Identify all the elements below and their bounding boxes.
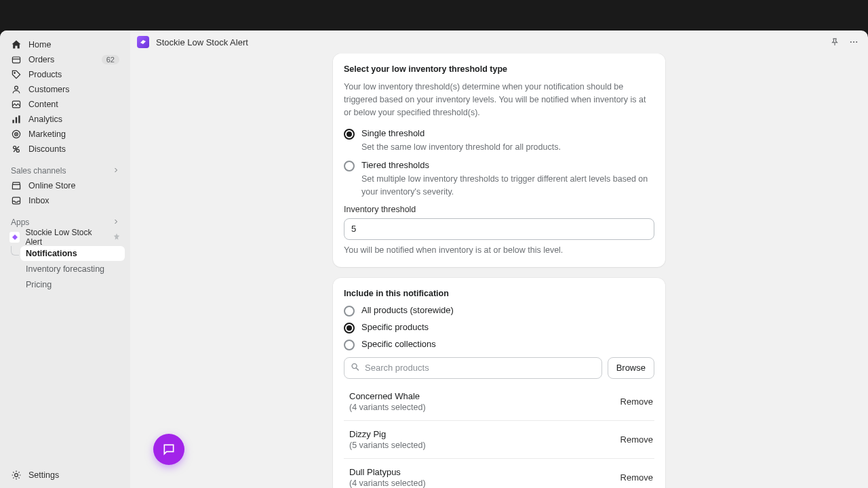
app-icon [9, 232, 20, 243]
more-actions-icon[interactable] [849, 37, 859, 47]
threshold-card: Select your low inventory threshold type… [333, 54, 665, 267]
channel-inbox[interactable]: Inbox [5, 193, 125, 208]
radio-label: Specific collections [361, 339, 436, 349]
search-wrap [344, 357, 602, 379]
remove-button[interactable]: Remove [620, 396, 653, 407]
svg-point-1 [14, 73, 16, 74]
nav-home[interactable]: Home [5, 37, 125, 52]
sidebar: Home Orders 62 Products Customers [0, 30, 130, 488]
svg-point-16 [856, 41, 857, 43]
svg-rect-4 [12, 120, 14, 123]
subnav-inventory-forecasting[interactable]: Inventory forecasting [20, 262, 125, 277]
radio-label: Specific products [361, 322, 429, 332]
orders-badge: 62 [102, 55, 119, 64]
nav-label: Content [28, 100, 58, 109]
customers-icon [11, 84, 22, 95]
inventory-threshold-input[interactable] [344, 218, 654, 240]
nav-products[interactable]: Products [5, 67, 125, 82]
product-variants: (4 variants selected) [349, 403, 426, 412]
card-description: Your low inventory threshold(s) determin… [344, 81, 654, 119]
help-fab[interactable] [153, 434, 184, 465]
svg-rect-6 [18, 115, 20, 123]
nav-orders[interactable]: Orders 62 [5, 52, 125, 67]
nav-customers[interactable]: Customers [5, 82, 125, 97]
nav-label: Online Store [28, 181, 75, 190]
subnav-pricing[interactable]: Pricing [20, 277, 125, 292]
chevron-right-icon [113, 166, 119, 176]
app-shell: Home Orders 62 Products Customers [0, 30, 868, 488]
nav-content[interactable]: Content [5, 97, 125, 112]
nav-label: Customers [28, 85, 69, 94]
subnav-label: Notifications [26, 249, 77, 258]
nav-label: Inbox [28, 196, 50, 205]
section-sales-channels[interactable]: Sales channels [5, 166, 125, 176]
remove-button[interactable]: Remove [620, 472, 653, 483]
svg-point-9 [16, 134, 17, 135]
svg-point-15 [853, 41, 854, 43]
orders-icon [11, 54, 22, 65]
branch-line [11, 246, 19, 256]
app-stockie[interactable]: Stockie Low Stock Alert [5, 230, 125, 245]
inbox-icon [11, 195, 22, 206]
chevron-right-icon [113, 218, 119, 227]
remove-button[interactable]: Remove [620, 434, 653, 445]
product-row: Dizzy Pig (5 variants selected) Remove [344, 421, 654, 459]
nav-label: Products [28, 70, 62, 79]
svg-point-11 [16, 149, 19, 152]
card-title: Select your low inventory threshold type [344, 64, 654, 74]
card-title: Include in this notification [344, 289, 654, 298]
nav-discounts[interactable]: Discounts [5, 142, 125, 157]
search-row: Browse [344, 357, 654, 379]
nav-settings[interactable]: Settings [5, 468, 125, 483]
product-row: Dull Platypus (4 variants selected) Remo… [344, 459, 654, 488]
radio-icon [344, 306, 355, 317]
search-products-input[interactable] [344, 357, 602, 379]
radio-specific-collections[interactable]: Specific collections [344, 339, 654, 350]
svg-rect-12 [12, 197, 20, 204]
product-list: Concerned Whale (4 variants selected) Re… [344, 383, 654, 488]
pin-icon[interactable] [113, 232, 121, 243]
home-icon [11, 39, 22, 50]
content-scroll: Select your low inventory threshold type… [130, 54, 868, 488]
radio-specific-products[interactable]: Specific products [344, 322, 654, 333]
svg-point-13 [15, 474, 18, 477]
nav-label: Orders [28, 55, 54, 64]
gear-icon [11, 470, 22, 481]
subnav-label: Inventory forecasting [26, 264, 104, 274]
app-logo-icon [137, 36, 149, 48]
radio-tiered-thresholds[interactable]: Tiered thresholds [344, 160, 654, 171]
search-icon [351, 362, 360, 373]
products-icon [11, 69, 22, 80]
channel-online-store[interactable]: Online Store [5, 178, 125, 193]
product-info: Dull Platypus (4 variants selected) [349, 467, 426, 488]
section-apps[interactable]: Apps [5, 218, 125, 227]
include-card: Include in this notification All product… [333, 278, 665, 488]
topbar-actions [830, 37, 859, 47]
svg-point-2 [15, 86, 18, 89]
product-info: Dizzy Pig (5 variants selected) [349, 429, 426, 450]
radio-all-products[interactable]: All products (storewide) [344, 305, 654, 317]
discounts-icon [11, 144, 22, 155]
field-help: You will be notified when inventory is a… [344, 245, 654, 255]
field-label: Inventory threshold [344, 205, 654, 214]
nav-label: Home [28, 40, 51, 49]
svg-point-17 [352, 363, 357, 368]
page-title: Stockie Low Stock Alert [156, 37, 248, 47]
nav-label: Marketing [28, 129, 66, 139]
svg-rect-5 [16, 117, 17, 123]
nav-analytics[interactable]: Analytics [5, 112, 125, 127]
marketing-icon [11, 129, 22, 140]
product-info: Concerned Whale (4 variants selected) [349, 391, 426, 412]
app-label: Stockie Low Stock Alert [25, 228, 107, 247]
svg-point-14 [850, 41, 852, 43]
section-label: Sales channels [11, 166, 66, 176]
store-icon [11, 180, 22, 191]
subnav-notifications[interactable]: Notifications [20, 246, 125, 261]
browse-button[interactable]: Browse [608, 357, 654, 379]
pin-action-icon[interactable] [830, 37, 840, 47]
svg-point-10 [14, 146, 16, 149]
radio-label: All products (storewide) [361, 305, 454, 315]
radio-single-threshold[interactable]: Single threshold [344, 128, 654, 140]
radio-label: Single threshold [361, 128, 425, 138]
nav-marketing[interactable]: Marketing [5, 127, 125, 142]
